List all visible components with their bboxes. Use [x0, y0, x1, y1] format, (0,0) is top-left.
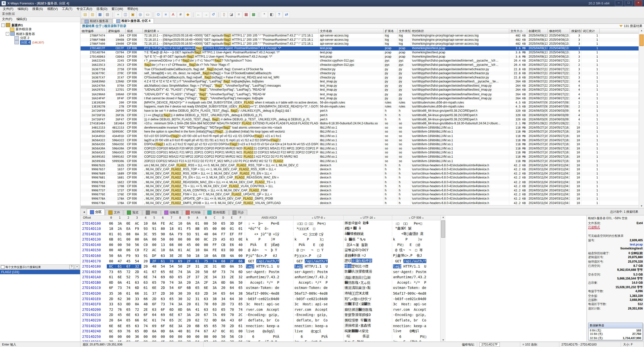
hex-byte[interactable]: 2D [132, 270, 141, 274]
hex-byte[interactable]: 01 [193, 221, 202, 225]
add-evidence-icon[interactable]: + [114, 11, 122, 18]
hex-byte[interactable]: 74 [124, 286, 132, 290]
column-header-desc[interactable]: 描述 [126, 29, 143, 33]
table-row[interactable]: 27D14D794CD794CP 936? E ?Ëæ@ @ Àò¬ ¬ þ G… [80, 50, 638, 55]
hex-byte[interactable]: 01 [228, 329, 236, 333]
column-header-mod[interactable]: 修改时间 [548, 29, 570, 33]
hex-byte[interactable]: 74 [167, 302, 176, 306]
tab-gallery[interactable]: 缩略图 [161, 210, 182, 215]
hex-byte[interactable]: 69 [176, 259, 184, 263]
hex-byte[interactable]: 0E [124, 221, 132, 225]
hex-byte[interactable]: 10 [158, 248, 167, 252]
hex-byte[interactable]: 18 [193, 253, 202, 258]
hex-byte[interactable]: 00 [107, 259, 116, 263]
hex-byte[interactable]: 00 [150, 335, 159, 339]
hex-byte[interactable]: 50 [236, 281, 245, 285]
encoding-header-0[interactable]: ANSI ASCII [245, 215, 293, 220]
hex-byte[interactable]: 2E [176, 253, 184, 258]
hex-byte[interactable]: A5 [219, 237, 228, 242]
hex-byte[interactable]: 2F [184, 275, 193, 279]
hex-row[interactable]: 27D14D1907365722D4167656E743A20506F73746… [80, 269, 440, 275]
column-header-name[interactable]: 文件名称 [319, 29, 384, 33]
hex-byte[interactable]: 0A [150, 329, 159, 333]
hex-byte[interactable]: 00 [176, 335, 184, 339]
hex-byte[interactable]: 0A [184, 221, 193, 225]
hex-byte[interactable]: 63 [116, 302, 124, 306]
hex-byte[interactable]: 54 [158, 264, 167, 269]
hex-byte[interactable]: 65 [176, 275, 184, 279]
hex-byte[interactable]: 73 [158, 302, 167, 306]
next-encoding-icon[interactable]: ► [422, 216, 424, 219]
hex-byte[interactable]: 00 [116, 335, 124, 339]
hex-byte[interactable]: 48 [141, 302, 150, 306]
hex-byte[interactable]: 3A [184, 313, 193, 317]
hex-byte[interactable]: 33 [107, 302, 116, 306]
hex-byte[interactable]: 00 [167, 335, 176, 339]
hex-byte[interactable]: 00 [193, 335, 202, 339]
table-scrollbar[interactable]: ▲ ▼ [639, 29, 644, 208]
hex-byte[interactable]: 64 [150, 313, 159, 317]
column-header-size[interactable]: 文件大小 [510, 29, 528, 33]
hex-byte[interactable]: 74 [167, 281, 176, 285]
prev-encoding-icon[interactable]: ◄ [360, 216, 362, 219]
hex-byte[interactable]: 00 [141, 335, 150, 339]
hex-byte[interactable]: 0A [116, 281, 124, 285]
hex-row[interactable]: 27D14D1E02D623033662D6365303231633834643… [80, 296, 440, 302]
hex-byte[interactable]: 01 [116, 232, 124, 236]
options-icon[interactable]: * [261, 11, 268, 18]
table-row[interactable]: 365993065999306CP 9362OP222 COP322 MSA22… [80, 159, 638, 163]
save-case-icon[interactable]: ▦ [96, 11, 104, 18]
hex-byte[interactable]: 00 [107, 248, 116, 252]
column-header-type[interactable]: 文件类型 [398, 29, 411, 33]
hex-byte[interactable]: 0A [202, 248, 210, 252]
open-case-icon[interactable]: ▥ [89, 11, 96, 18]
hex-byte[interactable]: F4 [193, 329, 202, 333]
hex-byte[interactable]: FF [236, 232, 245, 236]
table-row[interactable]: 990676B116B1CP 936, MLX4_DEV_CAP_FLAG2_F… [80, 176, 638, 180]
hex-byte[interactable]: 6E [167, 324, 176, 328]
hex-byte[interactable]: 66 [132, 291, 141, 295]
hex-byte[interactable]: 2E [202, 275, 210, 279]
column-header-phys[interactable]: 物理偏移 [80, 29, 107, 33]
hex-byte[interactable]: 45 [184, 243, 193, 247]
hex-row[interactable]: 27D14D1306B0100000A0050000000000C29A5030… [80, 237, 440, 242]
hex-byte[interactable]: 34 [210, 275, 219, 279]
hex-byte[interactable]: 2F [228, 259, 236, 263]
hex-byte[interactable]: 73 [107, 270, 116, 274]
hex-byte[interactable]: 50 [107, 253, 116, 258]
hex-byte[interactable]: 2F [184, 259, 193, 263]
hex-byte[interactable]: 2C [236, 313, 245, 317]
menu-item-2[interactable]: 搜索(S) [30, 6, 45, 11]
table-row[interactable]: 2786F7474104CP 93672.16.10.1 - - [08/Apr… [80, 34, 638, 38]
hex-byte[interactable]: 52 [124, 275, 132, 279]
hex-byte[interactable]: 10 [176, 221, 184, 225]
hex-row[interactable]: 27D14D14000005056C000130800450000FFCBE64… [80, 242, 440, 248]
hex-byte[interactable]: 20 [184, 281, 193, 285]
hex-byte[interactable]: 61 [236, 324, 245, 328]
hex-byte[interactable]: AC [184, 248, 193, 252]
hex-byte[interactable]: 7A [210, 313, 219, 317]
hex-byte[interactable]: 20 [193, 270, 202, 274]
hex-byte[interactable]: 6D [236, 270, 245, 274]
hex-byte[interactable]: 67 [150, 270, 159, 274]
hex-byte[interactable]: 2A [116, 226, 124, 231]
search-term-item[interactable]: FLAG2 (131) [0, 270, 80, 274]
hex-byte[interactable]: 2D [228, 324, 236, 328]
hex-byte[interactable]: 76 [124, 329, 132, 333]
calculator-icon[interactable]: = [236, 11, 242, 18]
hex-byte[interactable]: 20 [184, 324, 193, 328]
hex-byte[interactable]: 00 [176, 237, 184, 242]
hex-byte[interactable]: 30 [236, 297, 245, 301]
hex-byte[interactable]: 63 [158, 253, 167, 258]
hex-byte[interactable]: 0A [228, 264, 236, 269]
hex-byte[interactable]: 69 [158, 313, 167, 317]
hex-byte[interactable]: 00 [202, 221, 210, 225]
column-header-path[interactable]: 绝对路径 [411, 29, 510, 33]
hex-byte[interactable]: 54 [167, 286, 176, 290]
print-icon[interactable]: ▭ [144, 11, 151, 18]
go-forward-icon[interactable]: → [202, 11, 209, 18]
hex-byte[interactable]: 0D [158, 329, 167, 333]
hex-byte[interactable]: 6E [141, 275, 150, 279]
hex-byte[interactable]: 55 [236, 264, 245, 269]
hex-byte[interactable]: 72 [132, 308, 141, 312]
